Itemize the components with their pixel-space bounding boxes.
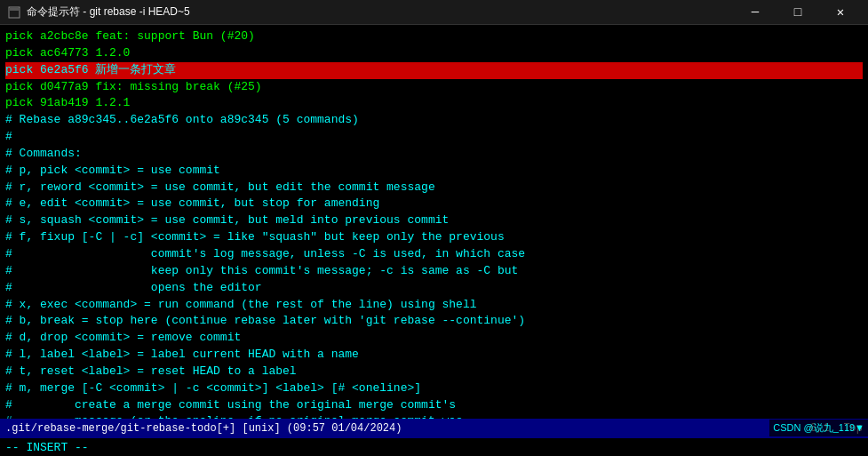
terminal-line: # create a merge commit using the origin…: [5, 397, 863, 414]
vim-mode: -- INSERT --: [5, 441, 89, 454]
terminal-line: # opens the editor: [5, 280, 863, 297]
terminal-line: #: [5, 129, 863, 146]
window-controls: ─ □ ✕: [735, 0, 861, 25]
terminal-line: # e, edit <commit> = use commit, but sto…: [5, 196, 863, 212]
terminal-line: pick d0477a9 fix: missing break (#25): [5, 79, 863, 96]
terminal-line: # Commands:: [5, 146, 863, 163]
terminal-line: # keep only this commit's message; -c is…: [5, 263, 863, 280]
status-bar: .git/rebase-merge/git-rebase-todo[+] [un…: [0, 419, 868, 438]
terminal-line: pick ac64773 1.2.0: [5, 45, 863, 62]
title-bar: 命令提示符 - git rebase -i HEAD~5 ─ □ ✕: [0, 0, 868, 25]
terminal-line: # p, pick <commit> = use commit: [5, 163, 863, 180]
terminal-line: # f, fixup [-C | -c] <commit> = like "sq…: [5, 229, 863, 246]
terminal-line: # l, label <label> = label current HEAD …: [5, 347, 863, 364]
status-file-info: .git/rebase-merge/git-rebase-todo[+] [un…: [5, 422, 810, 435]
svg-rect-1: [10, 8, 19, 11]
terminal-line: # s, squash <commit> = use commit, but m…: [5, 212, 863, 229]
terminal-line: # m, merge [-C <commit> | -c <commit>] <…: [5, 380, 863, 397]
terminal-line: pick a2cbc8e feat: support Bun (#20): [5, 28, 863, 45]
close-button[interactable]: ✕: [820, 0, 861, 25]
terminal-line: pick 91ab419 1.2.1: [5, 95, 863, 112]
window-icon: [7, 5, 21, 20]
terminal-line: # b, break = stop here (continue rebase …: [5, 313, 863, 330]
mode-bar: -- INSERT --: [0, 438, 868, 456]
terminal-line: pick 6e2a5f6 新增一条打文章: [5, 62, 863, 79]
watermark: CSDN @说九_119▼: [769, 420, 868, 436]
terminal-line: # commit's log message, unless -C is use…: [5, 246, 863, 263]
terminal-output: pick a2cbc8e feat: support Bun (#20)pick…: [0, 25, 868, 419]
minimize-button[interactable]: ─: [735, 0, 776, 25]
terminal-line: # t, reset <label> = reset HEAD to a lab…: [5, 364, 863, 380]
maximize-button[interactable]: □: [777, 0, 818, 25]
terminal-line: # d, drop <commit> = remove commit: [5, 330, 863, 347]
terminal-line: # x, exec <command> = run command (the r…: [5, 297, 863, 314]
window-title: 命令提示符 - git rebase -i HEAD~5: [27, 4, 735, 20]
terminal-line: # Rebase a89c345..6e2a5f6 onto a89c345 (…: [5, 112, 863, 129]
terminal-line: # r, reword <commit> = use commit, but e…: [5, 180, 863, 196]
